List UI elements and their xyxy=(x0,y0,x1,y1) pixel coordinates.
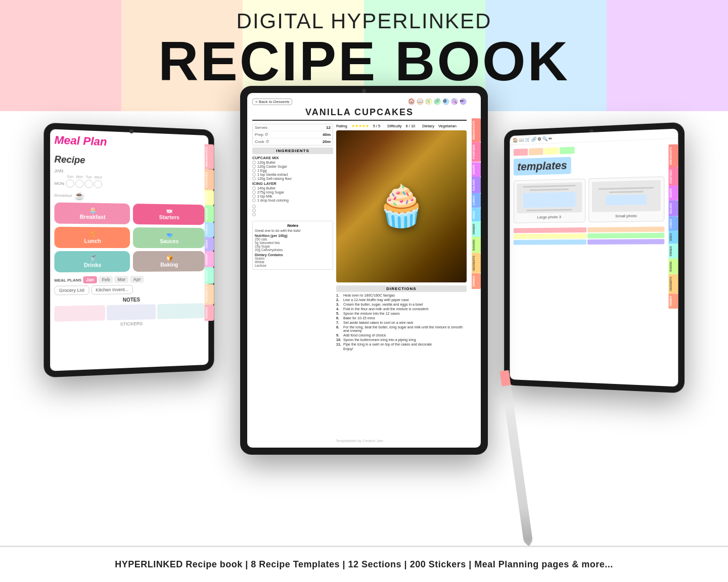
baking-card[interactable]: 🍞 Baking xyxy=(133,251,205,272)
day-label-mon: MON xyxy=(54,181,65,186)
lt-tab-breakfasts: BREAKFASTS xyxy=(205,144,209,169)
ri-cart[interactable]: 🛒 xyxy=(525,137,530,142)
icon-book[interactable]: 📖 xyxy=(417,98,424,105)
ctab-baking[interactable]: BAKING xyxy=(472,237,481,253)
ctab-starters[interactable]: STARTERS xyxy=(472,142,481,162)
cal-circle-3 xyxy=(84,180,93,188)
back-to-desserts-button[interactable]: < Back to Desserts xyxy=(252,99,292,105)
dir-11: 11.Pipe the icing in a swirl on top of t… xyxy=(336,343,467,346)
ri-link[interactable]: 🔗 xyxy=(531,137,536,142)
sauces-card[interactable]: 🥣 Sauces xyxy=(133,227,205,248)
ri-settings[interactable]: ⚙ xyxy=(537,136,541,141)
ing-2: 120g Caster Sugar xyxy=(252,165,333,168)
drinks-card[interactable]: 🥤 Drinks xyxy=(54,251,130,272)
left-tablet: BREAKFASTS STARTERS SOUPS SALADS LUNCH S… xyxy=(44,123,214,378)
sections-list xyxy=(514,226,664,245)
ri-book[interactable]: 📖 xyxy=(519,137,524,142)
cal-header-wed: Wed xyxy=(94,175,102,179)
rt-baking[interactable]: BAKING xyxy=(669,259,678,274)
rt-soups[interactable]: SOUPS xyxy=(669,186,678,201)
icon-cart[interactable]: 🛒 xyxy=(425,98,432,105)
right-tablet-content: templates Large photo 3 xyxy=(510,138,678,250)
t2-line-2 xyxy=(609,191,643,193)
notes-box-title: Notes xyxy=(255,223,331,228)
directions-header: DIRECTIONS xyxy=(336,285,467,292)
ctab-lunch[interactable]: LUNCH xyxy=(472,193,481,208)
t2-photo-placeholder xyxy=(606,195,647,206)
ctab-soups[interactable]: SOUPS xyxy=(472,162,481,177)
tab-feb[interactable]: Feb xyxy=(99,276,113,283)
meal-planner-content: Meal Plan Recipe JAN Sun Mon Tue Wed MON xyxy=(50,129,208,371)
notes-box: Notes Great one to do with the kids! Nut… xyxy=(252,221,333,270)
rt-salads[interactable]: SALADS xyxy=(669,201,678,217)
rt-sides[interactable]: SIDES xyxy=(669,230,678,244)
ing-extra-2 xyxy=(252,209,333,212)
left-tablet-side-tabs: BREAKFASTS STARTERS SOUPS SALADS LUNCH S… xyxy=(205,144,209,321)
dir-7: 7.Set aside baked cakes to cool on a wir… xyxy=(336,321,467,324)
ctab-breakfasts[interactable]: BREAKFASTS xyxy=(472,118,481,142)
rating-stars: ★★★★★ xyxy=(351,124,369,128)
meal-plan-months-row: MEAL PLANS Jan Feb Mar Apr xyxy=(54,275,204,284)
grocery-list-button[interactable]: Grocery List xyxy=(54,285,89,295)
lunch-card[interactable]: 🍕 Lunch xyxy=(54,227,130,248)
tab-jan[interactable]: Jan xyxy=(83,276,97,283)
breakfast-label-cal: Breakfast xyxy=(54,193,72,198)
dietary-value: Vegetarian xyxy=(438,124,457,128)
meal-plan-title: Meal Plan xyxy=(54,133,107,149)
rt-desserts[interactable]: DESSERTS xyxy=(669,274,678,294)
title-main: RECIPE BOOK xyxy=(0,33,728,89)
ri-home[interactable]: 🏠 xyxy=(513,137,518,142)
starters-card[interactable]: 🍽 Starters xyxy=(133,204,205,225)
nutrition-item-1: 250 cals xyxy=(255,237,331,241)
breakfast-card[interactable]: 🧁 Breakfast xyxy=(54,203,130,224)
tab-apr[interactable]: Apr xyxy=(130,276,144,283)
recipe-photo: 🧁 xyxy=(336,130,467,282)
dir-5: 5.Spoon the mixture into the 12 cases xyxy=(336,312,467,315)
icon-link[interactable]: 🔗 xyxy=(434,98,441,105)
kitchen-inventory-button[interactable]: Kitchen Invent... xyxy=(91,285,133,295)
ctab-sides[interactable]: SIDES xyxy=(472,208,481,222)
ctab-desserts[interactable]: DESSERTS xyxy=(472,253,481,273)
ing-9: 1 drop food coloring xyxy=(252,199,333,202)
icon-search[interactable]: 🔍 xyxy=(451,98,458,105)
ing-3: 1 Egg xyxy=(252,169,333,172)
rt-starters[interactable]: STARTERS xyxy=(669,167,678,186)
cook-label: Cook ⏱ xyxy=(255,139,275,144)
nutrition-item-3: 10g Sugar xyxy=(255,245,331,248)
difficulty-value: 6 / 10 xyxy=(405,124,415,128)
sec-2 xyxy=(587,226,664,232)
ctab-drinks[interactable]: DRINKS xyxy=(472,273,481,289)
t-line-3 xyxy=(526,209,572,211)
ingredients-section: INGREDIENTS CUPCAKE MIX 120g Butter 120g… xyxy=(252,148,333,203)
nutrition-item-2: 5g Saturated fats xyxy=(255,241,331,245)
lunch-icon: 🍕 xyxy=(59,231,126,238)
dir-10: 10.Spoon the buttercream icing into a pi… xyxy=(336,338,467,342)
ctab-dinner[interactable]: DINNER xyxy=(472,221,481,237)
ing-6: 140g Butter xyxy=(252,186,333,190)
baking-label: Baking xyxy=(137,261,201,267)
rating-row: Rating ★★★★★ 5 / 5 Difficulty 6 / 10 Die… xyxy=(336,124,467,128)
t2-line-1 xyxy=(599,187,654,190)
icon-settings[interactable]: ⚙ xyxy=(442,98,449,105)
ri-search[interactable]: 🔍 xyxy=(542,136,548,141)
ri-edit[interactable]: ✏ xyxy=(549,136,553,141)
notes-area: NOTES STICKERS xyxy=(54,296,204,328)
recipe-right-column: Rating ★★★★★ 5 / 5 Difficulty 6 / 10 Die… xyxy=(336,124,467,437)
rt-breakfasts[interactable]: BREAKFASTS xyxy=(669,144,678,167)
lt-tab-desserts: DESSERTS xyxy=(205,284,209,305)
t-line-1 xyxy=(523,184,575,187)
rt-dinner[interactable]: DINNER xyxy=(669,244,678,259)
breakfast-cal-row: Breakfast ☕ xyxy=(54,190,204,203)
ctab-salads[interactable]: SALADS xyxy=(472,177,481,193)
template-label-large: Large photo 3 xyxy=(517,214,582,220)
icon-home[interactable]: 🏠 xyxy=(408,98,415,105)
tab-mar[interactable]: Mar xyxy=(115,276,129,283)
notes-text: Great one to do with the kids! xyxy=(255,229,331,232)
rt-lunch[interactable]: LUNCH xyxy=(669,216,678,230)
dietary-section: Dietary Contains Gluten Wheat Lactose xyxy=(255,253,331,267)
meal-category-grid: 🧁 Breakfast 🍽 Starters 🍕 Lunch 🥣 Sauces xyxy=(54,203,204,273)
rt-drinks[interactable]: DRINKS xyxy=(669,294,678,309)
watermark-text: Templatables by Creative Jam xyxy=(252,439,467,443)
icon-edit[interactable]: ✏ xyxy=(460,98,467,105)
nutrition-section: Nutrition (per 100g) 250 cals 5g Saturat… xyxy=(255,234,331,252)
